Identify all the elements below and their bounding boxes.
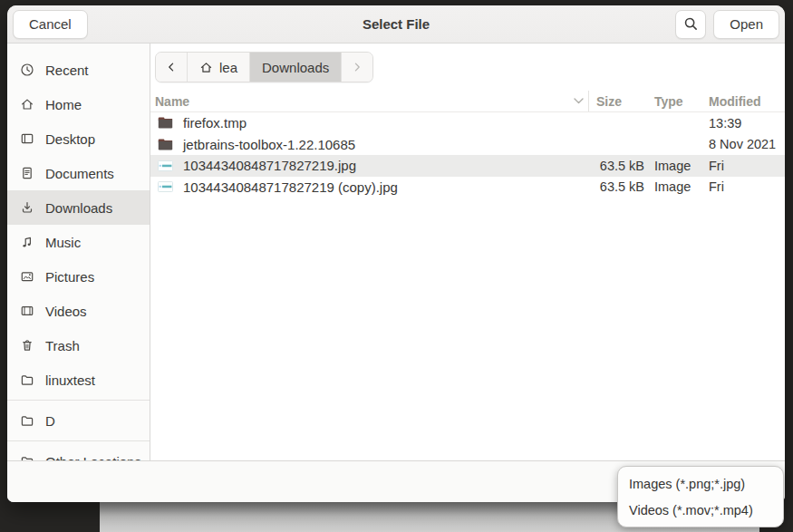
- file-name-cell: firefox.tmp: [150, 115, 588, 131]
- file-name-cell: 10344340848717827219.jpg: [150, 158, 588, 173]
- breadcrumb-home-label: lea: [219, 60, 237, 75]
- file-name-label: firefox.tmp: [183, 115, 247, 131]
- sidebar-item-label: Recent: [45, 63, 89, 78]
- file-row-10344340848717827219-jpg[interactable]: 10344340848717827219.jpg63.5 kBImageFri: [150, 155, 785, 177]
- column-header-type[interactable]: Type: [646, 94, 699, 109]
- headerbar: Cancel Select File Open: [7, 5, 785, 44]
- sidebar: RecentHomeDesktopDocumentsDownloadsMusic…: [7, 44, 150, 460]
- pathbar-row: lea Downloads: [150, 44, 785, 91]
- chevron-left-icon: [165, 61, 178, 73]
- sidebar-item-trash[interactable]: Trash: [7, 328, 150, 363]
- file-row-10344340848717827219-copy-jpg[interactable]: 10344340848717827219 (copy).jpg63.5 kBIm…: [150, 177, 785, 198]
- download-icon: [20, 200, 34, 215]
- file-name-cell: 10344340848717827219 (copy).jpg: [150, 179, 588, 195]
- forward-button[interactable]: [342, 53, 372, 82]
- sidebar-separator: [7, 440, 150, 441]
- screen: { "dialog": { "title": "Select File", "c…: [0, 0, 793, 532]
- file-size-cell: 63.5 kB: [588, 179, 646, 194]
- document-icon: [20, 166, 34, 180]
- trash-icon: [20, 338, 34, 353]
- sort-descending-icon: [573, 97, 585, 105]
- desktop-icon: [20, 131, 34, 146]
- sidebar-item-label: Documents: [45, 166, 114, 181]
- sidebar-item-label: Pictures: [45, 269, 94, 285]
- file-filter-popover: Images (*.png;*.jpg)Videos (*.mov;*.mp4): [617, 466, 784, 527]
- dialog-body: RecentHomeDesktopDocumentsDownloadsMusic…: [7, 44, 785, 460]
- breadcrumb: lea Downloads: [155, 52, 373, 82]
- file-type-cell: Image: [646, 179, 699, 194]
- sidebar-item-label: Trash: [45, 338, 80, 353]
- sidebar-item-linuxtest[interactable]: linuxtest: [7, 363, 150, 397]
- sidebar-item-recent[interactable]: Recent: [7, 53, 150, 87]
- file-browser: lea Downloads Name Size Type Modified fi…: [150, 44, 785, 460]
- home-icon: [199, 61, 213, 74]
- sidebar-item-label: Desktop: [45, 131, 95, 147]
- sidebar-item-label: linuxtest: [45, 372, 95, 388]
- picture-icon: [20, 269, 34, 284]
- sidebar-item-desktop[interactable]: Desktop: [7, 121, 150, 156]
- sidebar-item-label: Downloads: [45, 200, 112, 216]
- back-button[interactable]: [156, 53, 188, 82]
- sidebar-item-pictures[interactable]: Pictures: [7, 259, 150, 294]
- file-type-cell: Image: [646, 159, 699, 173]
- file-row-jetbrains-toolbox-1-22-10685[interactable]: jetbrains-toolbox-1.22.106858 Nov 2021: [150, 134, 785, 156]
- search-icon: [683, 16, 699, 32]
- file-modified-cell: Fri: [699, 159, 785, 173]
- breadcrumb-current[interactable]: Downloads: [250, 53, 342, 82]
- dialog-title: Select File: [363, 16, 430, 32]
- sidebar-separator: [7, 400, 150, 401]
- file-modified-cell: 13:39: [699, 116, 785, 131]
- sidebar-item-label: Videos: [45, 304, 87, 319]
- column-header-modified[interactable]: Modified: [699, 94, 785, 109]
- sidebar-item-music[interactable]: Music: [7, 225, 150, 259]
- column-header-name-label: Name: [155, 94, 189, 109]
- image-thumb-icon: [158, 181, 173, 192]
- file-modified-cell: Fri: [699, 179, 785, 194]
- folder-icon: [20, 454, 34, 460]
- file-modified-cell: 8 Nov 2021: [699, 137, 785, 151]
- sidebar-item-home[interactable]: Home: [7, 87, 150, 121]
- sidebar-item-label: Other Locations: [45, 454, 141, 461]
- file-name-label: 10344340848717827219 (copy).jpg: [183, 179, 398, 195]
- cancel-button[interactable]: Cancel: [13, 10, 88, 39]
- clock-icon: [20, 63, 34, 77]
- file-name-label: 10344340848717827219.jpg: [183, 158, 356, 173]
- folder-icon: [20, 413, 34, 428]
- search-button[interactable]: [675, 10, 706, 39]
- video-icon: [20, 304, 34, 318]
- column-header-size[interactable]: Size: [588, 91, 646, 111]
- sidebar-item-videos[interactable]: Videos: [7, 294, 150, 328]
- breadcrumb-home[interactable]: lea: [188, 53, 250, 82]
- chevron-right-icon: [351, 61, 363, 73]
- sidebar-item-label: Music: [45, 235, 81, 250]
- folder-dark-icon: [158, 117, 173, 129]
- sidebar-item-other-locations[interactable]: Other Locations: [7, 444, 150, 460]
- filter-option-images[interactable]: Images (*.png;*.jpg): [618, 470, 783, 497]
- column-header-name[interactable]: Name: [150, 94, 588, 109]
- file-name-cell: jetbrains-toolbox-1.22.10685: [150, 137, 588, 152]
- sidebar-item-label: D: [45, 413, 55, 429]
- home-icon: [20, 97, 34, 111]
- filter-option-videos[interactable]: Videos (*.mov;*.mp4): [618, 497, 783, 523]
- open-button[interactable]: Open: [713, 10, 779, 39]
- file-name-label: jetbrains-toolbox-1.22.10685: [183, 137, 355, 152]
- folder-icon: [20, 372, 34, 387]
- sidebar-item-d[interactable]: D: [7, 403, 150, 438]
- sidebar-item-label: Home: [45, 97, 82, 112]
- image-thumb-icon: [158, 160, 173, 171]
- file-chooser-dialog: Cancel Select File Open RecentHomeDeskto…: [7, 5, 785, 502]
- sidebar-item-documents[interactable]: Documents: [7, 156, 150, 190]
- file-list: firefox.tmp13:39jetbrains-toolbox-1.22.1…: [150, 112, 785, 198]
- music-icon: [20, 235, 34, 249]
- folder-dark-icon: [158, 139, 173, 150]
- headerbar-actions: Open: [675, 10, 779, 39]
- file-row-firefox-tmp[interactable]: firefox.tmp13:39: [150, 112, 785, 134]
- sidebar-item-downloads[interactable]: Downloads: [7, 190, 150, 225]
- file-size-cell: 63.5 kB: [588, 159, 646, 173]
- file-list-header: Name Size Type Modified: [150, 91, 785, 112]
